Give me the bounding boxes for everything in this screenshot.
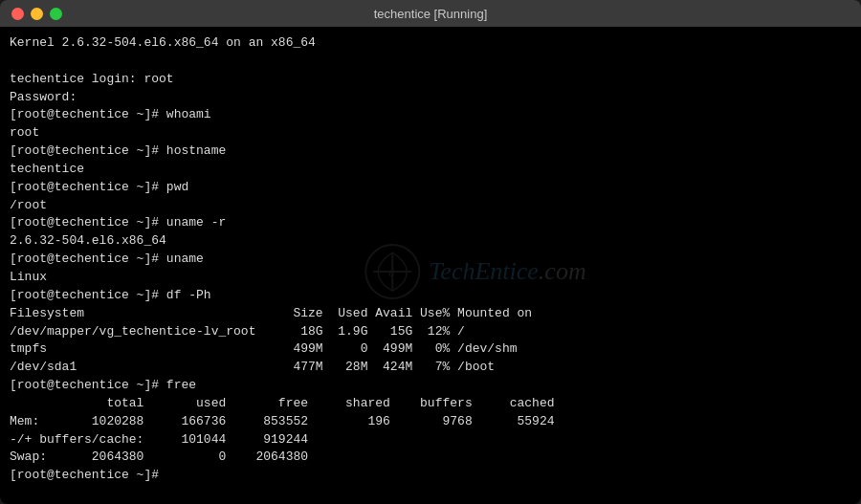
terminal-window: techentice [Running] e TechEntice.com Ke… [0, 0, 861, 504]
traffic-lights [11, 8, 62, 20]
close-button[interactable] [11, 8, 24, 20]
terminal-body[interactable]: e TechEntice.com Kernel 2.6.32-504.el6.x… [0, 27, 861, 504]
minimize-button[interactable] [31, 8, 43, 20]
terminal-output: Kernel 2.6.32-504.el6.x86_64 on an x86_6… [10, 34, 851, 485]
window-title: techentice [Running] [374, 7, 488, 21]
maximize-button[interactable] [50, 8, 62, 20]
titlebar: techentice [Running] [0, 0, 861, 27]
